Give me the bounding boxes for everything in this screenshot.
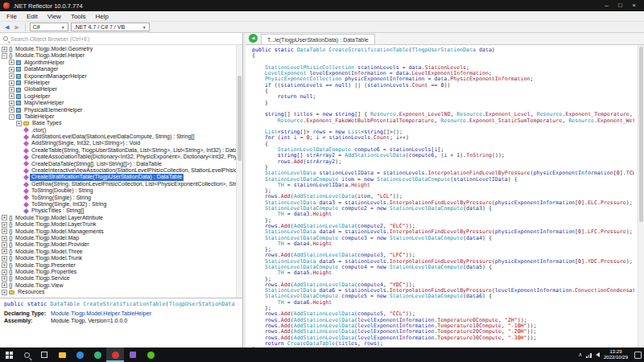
chat-taskbar-button[interactable] <box>142 348 159 362</box>
start-taskbar-button[interactable] <box>0 348 18 362</box>
menu-help[interactable]: Help <box>91 11 114 22</box>
tree-item[interactable]: +LogHelper <box>0 93 242 100</box>
tree-item[interactable]: AddString(Single, Int32, List<String>) :… <box>0 140 242 146</box>
menu-edit[interactable]: Edit <box>22 11 43 22</box>
tree-item[interactable]: +{}Module.Tlogp.Model.Geometry <box>0 46 242 52</box>
tree-item[interactable]: +AlgorithmHelper <box>0 60 242 66</box>
search-input[interactable] <box>10 34 239 43</box>
tree-item[interactable]: CreateAssociationTable(Dictionary<Int32,… <box>0 154 242 160</box>
code-line: StationLevelDataCompute compute6 = stati… <box>252 147 634 153</box>
expand-toggle[interactable]: + <box>9 87 14 93</box>
expand-toggle[interactable]: + <box>9 60 14 65</box>
search-taskbar-button[interactable] <box>18 348 35 362</box>
tree-item[interactable]: +{}Module.Tlogp.Model.LayerAttribute <box>0 215 242 221</box>
tree-item[interactable]: +{}Module.Tlogp.View <box>0 282 242 289</box>
expand-toggle[interactable]: + <box>2 290 7 295</box>
expand-toggle[interactable]: + <box>2 242 7 248</box>
tree-item[interactable]: AddStationLevelData(StationLevelDataComp… <box>0 134 242 140</box>
expand-toggle[interactable]: + <box>9 67 14 72</box>
browser-taskbar-button[interactable] <box>89 348 106 362</box>
network-icon[interactable] <box>586 352 592 358</box>
expand-toggle[interactable]: + <box>9 93 14 99</box>
language-select[interactable]: C# ▼ <box>30 23 68 31</box>
tree-item[interactable]: +PhysicalElementHelper <box>0 107 242 113</box>
minimize-button[interactable]: – <box>600 0 613 11</box>
close-button[interactable]: × <box>627 0 641 11</box>
tree-item[interactable]: +Base Types <box>0 120 242 126</box>
tree-item[interactable]: CreateDataTable(String[], List<String[]>… <box>0 161 242 167</box>
navigate-back-icon[interactable]: ◀ <box>3 23 10 32</box>
method-icon <box>23 134 29 140</box>
tree-item[interactable]: +{}Module.Tlogp.Service <box>0 275 242 282</box>
tree-item[interactable]: +{}Module.Tlogp.Model.Provider <box>0 241 242 248</box>
expand-toggle[interactable]: + <box>2 215 7 220</box>
task-view-taskbar-button[interactable] <box>35 348 53 362</box>
tree-item[interactable]: ToString(Single, Int32) : String <box>0 201 242 208</box>
tree-item[interactable]: −TableHelper <box>0 113 242 120</box>
tree-item[interactable]: +Resources <box>0 289 242 295</box>
code-tab[interactable]: T...le(TlogpUserStationData) : DataTable <box>261 34 375 44</box>
expand-toggle[interactable]: + <box>2 249 7 254</box>
framework-select[interactable]: .NET 4.7 / C# 7 / VB ▼ <box>71 23 150 31</box>
reflector-taskbar-button[interactable] <box>106 348 124 362</box>
tree-item[interactable]: +{}Module.Tlogp.Model.Trunk <box>0 255 242 261</box>
decompiled-code[interactable]: public static DataTable CreateStratifica… <box>246 45 644 348</box>
navigate-back-round-button[interactable]: ◀ <box>249 34 258 43</box>
tree-item[interactable]: CreateStratificationTable(TlogpUserStati… <box>0 174 242 180</box>
tree-item[interactable]: +{}Module.Tlogp.Model.LayerTrunk <box>0 221 242 228</box>
volume-icon[interactable] <box>596 352 600 357</box>
tree-item[interactable]: +{}Module.Tlogp.Model.Map <box>0 235 242 241</box>
tree-item[interactable]: PhysicTitles : String[] <box>0 208 242 214</box>
file-explorer-taskbar-button[interactable] <box>53 348 71 362</box>
tree-item[interactable]: +{}Module.Tlogp.Model.Three <box>0 249 242 255</box>
clock-time: 13:29 <box>604 349 628 355</box>
tree-item[interactable]: CreateTable(String, TlogpUserStationData… <box>0 147 242 154</box>
navigate-forward-icon[interactable]: ▶ <box>13 23 20 32</box>
menu-file[interactable]: File <box>2 11 22 22</box>
expand-toggle[interactable]: + <box>9 107 14 113</box>
code-scrollbar-thumb[interactable] <box>639 47 643 222</box>
maximize-button[interactable]: □ <box>613 0 627 11</box>
expand-toggle[interactable]: + <box>2 222 7 228</box>
tree-item[interactable]: ToString(Double) : String <box>0 187 242 194</box>
tree-item[interactable]: +{}Module.Tlogp.Presenter <box>0 262 242 269</box>
expand-toggle[interactable]: + <box>2 282 7 288</box>
expand-toggle[interactable]: + <box>2 47 7 52</box>
taskbar-clock[interactable]: 13:29 2022/10/29 <box>604 349 628 360</box>
expand-toggle[interactable]: + <box>16 121 22 126</box>
expand-toggle[interactable]: + <box>9 101 14 106</box>
notification-center-icon[interactable] <box>634 352 642 359</box>
tree-item[interactable]: +ExponentManagerHelper <box>0 73 242 80</box>
tree-scrollbar[interactable] <box>236 45 242 298</box>
ide-taskbar-button[interactable] <box>124 348 142 362</box>
expand-toggle[interactable]: + <box>2 256 7 261</box>
tree-item[interactable]: ToString(Single) : String <box>0 195 242 201</box>
collapse-toggle[interactable]: − <box>9 114 14 120</box>
menu-view[interactable]: View <box>43 11 66 22</box>
tree-item[interactable]: +MapViewHelper <box>0 100 242 106</box>
tree-item[interactable]: CreateInteractiveViewAssociation(Station… <box>0 167 242 174</box>
tray-expand-icon[interactable]: ∧ <box>578 352 582 358</box>
expand-toggle[interactable]: + <box>2 262 7 268</box>
expand-toggle[interactable]: + <box>2 236 7 241</box>
edge-browser-taskbar-button[interactable] <box>71 348 89 362</box>
expand-toggle[interactable]: + <box>2 228 7 234</box>
expand-toggle[interactable]: + <box>9 80 14 86</box>
tree-item[interactable]: +FileHelper <box>0 80 242 86</box>
tree-item[interactable]: +GlobalHelper <box>0 86 242 93</box>
chat-icon <box>147 352 155 359</box>
collapse-toggle[interactable]: − <box>2 53 7 59</box>
expand-toggle[interactable]: + <box>2 276 7 282</box>
tree-item[interactable]: +DataManager <box>0 66 242 72</box>
tree-item[interactable]: +{}Module.Tlogp.Properties <box>0 269 242 275</box>
tree-item[interactable]: +{}Module.Tlogp.Model.Managements <box>0 228 242 235</box>
tree-scrollbar-thumb[interactable] <box>237 76 242 162</box>
code-scrollbar[interactable] <box>638 45 644 348</box>
declaring-type-link[interactable]: Module.Tlogp.Model.Helper.TableHelper <box>51 311 151 316</box>
expand-toggle[interactable]: + <box>9 73 14 79</box>
expand-toggle[interactable]: + <box>2 269 7 275</box>
menu-tools[interactable]: Tools <box>66 11 91 22</box>
tree-item[interactable]: GetRow(String, StationLevelPhisicCollect… <box>0 181 242 187</box>
tree-item[interactable]: −{}Module.Tlogp.Model.Helper <box>0 52 242 59</box>
tree-item[interactable]: .ctor() <box>0 127 242 134</box>
